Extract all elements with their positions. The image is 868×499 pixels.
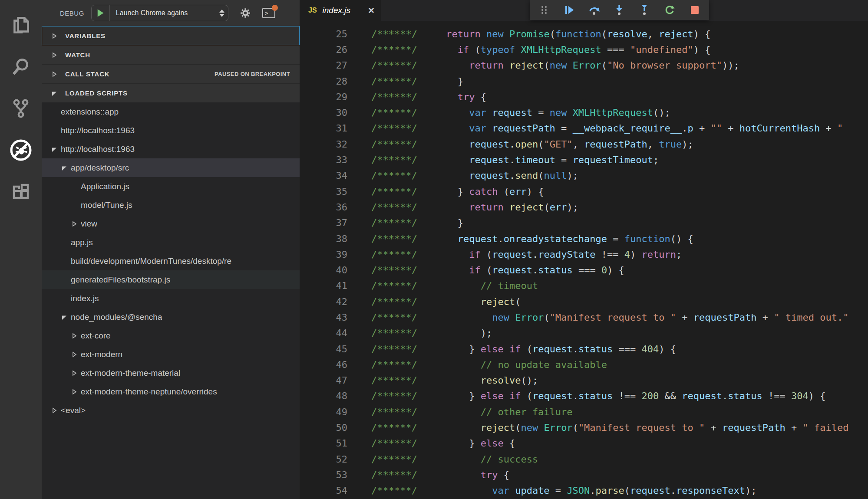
- tree-item[interactable]: extensions::app: [42, 102, 300, 121]
- code-line-54[interactable]: 54/******/ var update = JSON.parse(reque…: [300, 483, 868, 499]
- line-number: 42: [300, 296, 347, 307]
- tab-index-js[interactable]: JS index.js ×: [300, 0, 381, 21]
- step-over-button[interactable]: [587, 3, 602, 17]
- line-number: 54: [300, 485, 347, 496]
- code-line-39[interactable]: 39/******/ if (request.readyState !== 4)…: [300, 246, 868, 262]
- line-number: 31: [300, 123, 347, 134]
- tree-item[interactable]: app.js: [42, 233, 300, 252]
- debug-sections: VARIABLESWATCHCALL STACKPAUSED ON BREAKP…: [42, 26, 300, 102]
- line-number: 46: [300, 359, 347, 370]
- section-loaded-scripts[interactable]: LOADED SCRIPTS: [42, 83, 300, 102]
- step-into-button[interactable]: [612, 3, 627, 17]
- code-line-35[interactable]: 35/******/ } catch (err) {: [300, 184, 868, 199]
- code-line-31[interactable]: 31/******/ var requestPath = __webpack_r…: [300, 121, 868, 136]
- tree-item[interactable]: index.js: [42, 289, 300, 308]
- tree-item[interactable]: build/development/ModernTunes/desktop/re: [42, 252, 300, 270]
- dropdown-updown-icon: [219, 10, 224, 17]
- code-line-52[interactable]: 52/******/ // success: [300, 451, 868, 467]
- code-line-50[interactable]: 50/******/ reject(new Error("Manifest re…: [300, 420, 868, 435]
- section-watch[interactable]: WATCH: [42, 45, 300, 64]
- code-line-44[interactable]: 44/******/ );: [300, 325, 868, 341]
- twisty-icon: [61, 314, 71, 320]
- line-number: 48: [300, 391, 347, 401]
- search-icon[interactable]: [0, 46, 42, 88]
- tree-item[interactable]: http://localhost:1963: [42, 121, 300, 140]
- source-control-icon[interactable]: [0, 88, 42, 129]
- code-line-43[interactable]: 43/******/ new Error("Manifest request t…: [300, 309, 868, 325]
- line-number: 28: [300, 76, 347, 87]
- line-number: 45: [300, 344, 347, 355]
- line-number: 53: [300, 469, 347, 480]
- code-line-45[interactable]: 45/******/ } else if (request.status ===…: [300, 341, 868, 357]
- code-line-26[interactable]: 26/******/ if (typeof XMLHttpRequest ===…: [300, 42, 868, 57]
- tree-item[interactable]: view: [42, 214, 300, 233]
- code-line-51[interactable]: 51/******/ } else {: [300, 436, 868, 451]
- section-variables[interactable]: VARIABLES: [42, 26, 300, 45]
- tree-item[interactable]: node_modules/@sencha: [42, 308, 300, 326]
- tree-item[interactable]: app/desktop/src: [42, 158, 300, 177]
- tree-item[interactable]: http://localhost:1963: [42, 140, 300, 158]
- code-line-28[interactable]: 28/******/ }: [300, 73, 868, 89]
- line-number: 30: [300, 107, 347, 118]
- code-line-25[interactable]: 25/******/ return new Promise(function(r…: [300, 26, 868, 42]
- tree-item[interactable]: Application.js: [42, 177, 300, 196]
- debug-toolbar: [530, 0, 709, 20]
- extensions-icon[interactable]: [0, 171, 42, 213]
- code-line-53[interactable]: 53/******/ try {: [300, 467, 868, 483]
- toolbar-grip-handle[interactable]: [537, 3, 551, 17]
- line-number: 43: [300, 312, 347, 323]
- debug-icon[interactable]: [0, 129, 42, 171]
- code-line-47[interactable]: 47/******/ resolve();: [300, 373, 868, 388]
- line-number: 37: [300, 217, 347, 228]
- line-number: 40: [300, 265, 347, 276]
- start-debug-button[interactable]: [92, 5, 110, 21]
- tree-item[interactable]: ext-modern-theme-neptune/overrides: [42, 382, 300, 401]
- code-line-41[interactable]: 41/******/ // timeout: [300, 278, 868, 294]
- restart-button[interactable]: [662, 3, 677, 17]
- code-line-38[interactable]: 38/******/ request.onreadystatechange = …: [300, 231, 868, 246]
- section-call-stack[interactable]: CALL STACKPAUSED ON BREAKPOINT: [42, 64, 300, 83]
- line-number: 50: [300, 422, 347, 433]
- tree-item[interactable]: ext-core: [42, 326, 300, 345]
- code-line-40[interactable]: 40/******/ if (request.status === 0) {: [300, 262, 868, 278]
- activity-bar: [0, 0, 42, 499]
- notification-dot: [272, 5, 278, 11]
- stop-button[interactable]: [687, 3, 702, 17]
- code-line-30[interactable]: 30/******/ var request = new XMLHttpRequ…: [300, 105, 868, 120]
- debug-config-dropdown[interactable]: Launch Chrome agains: [91, 5, 228, 21]
- twisty-icon: [51, 407, 61, 414]
- close-tab-icon[interactable]: ×: [368, 5, 374, 16]
- loaded-scripts-tree: extensions::apphttp://localhost:1963http…: [42, 102, 300, 499]
- tab-title: index.js: [323, 6, 368, 15]
- paused-on-breakpoint-badge: PAUSED ON BREAKPOINT: [215, 71, 290, 77]
- code-line-32[interactable]: 32/******/ request.open("GET", requestPa…: [300, 136, 868, 152]
- debug-title: DEBUG: [60, 10, 84, 17]
- tree-item[interactable]: model/Tune.js: [42, 196, 300, 214]
- code-line-36[interactable]: 36/******/ return reject(err);: [300, 199, 868, 215]
- code-line-37[interactable]: 37/******/ }: [300, 215, 868, 231]
- code-line-34[interactable]: 34/******/ request.send(null);: [300, 168, 868, 184]
- step-out-button[interactable]: [637, 3, 652, 17]
- tree-item[interactable]: generatedFiles/bootstrap.js: [42, 270, 300, 289]
- explorer-icon[interactable]: [0, 4, 42, 46]
- tree-item[interactable]: ext-modern-theme-material: [42, 364, 300, 382]
- code-line-48[interactable]: 48/******/ } else if (request.status !==…: [300, 388, 868, 404]
- code-line-29[interactable]: 29/******/ try {: [300, 89, 868, 105]
- tree-item[interactable]: <eval>: [42, 401, 300, 420]
- line-number: 32: [300, 139, 347, 150]
- tree-item[interactable]: ext-modern: [42, 345, 300, 364]
- code-line-42[interactable]: 42/******/ reject(: [300, 294, 868, 309]
- continue-button[interactable]: [562, 3, 577, 17]
- gear-icon[interactable]: [240, 7, 251, 19]
- line-number: 27: [300, 60, 347, 71]
- code-area[interactable]: 25/******/ return new Promise(function(r…: [300, 21, 868, 499]
- code-line-46[interactable]: 46/******/ // no update available: [300, 357, 868, 372]
- code-line-33[interactable]: 33/******/ request.timeout = requestTime…: [300, 152, 868, 167]
- twisty-icon: [71, 333, 81, 339]
- line-number: 34: [300, 170, 347, 181]
- code-line-27[interactable]: 27/******/ return reject(new Error("No b…: [300, 58, 868, 73]
- line-number: 44: [300, 328, 347, 338]
- debug-console-icon[interactable]: >: [262, 8, 275, 18]
- code-line-49[interactable]: 49/******/ // other failure: [300, 404, 868, 420]
- line-number: 41: [300, 280, 347, 291]
